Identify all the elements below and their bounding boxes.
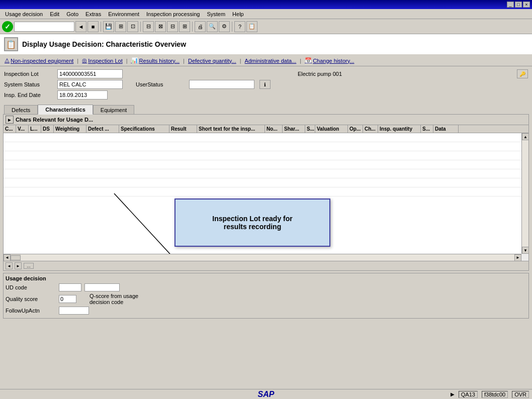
table-toolbar: ► Chars Relevant for Usage D... [4,115,528,125]
nav-results-history[interactable]: 📊 Results history... [130,57,182,64]
col-no: No... [265,125,283,133]
scroll-left-btn[interactable]: ◄ [4,254,11,261]
table-scroll-right[interactable]: ► [15,262,22,269]
followup-label: FollowUpActn [6,308,56,314]
inspection-lot-icon-btn[interactable]: 🔑 [517,69,528,78]
page-header: 📋 Display Usage Decision: Characteristic… [0,34,532,55]
col-specifications: Specifications [119,125,169,133]
toolbar-btn-4[interactable]: ⊠ [155,21,166,32]
menu-inspection-processing[interactable]: Inspection processing [143,10,203,18]
nav-back-btn[interactable]: ◄ [75,21,86,32]
toolbar-btn-create[interactable]: 📋 [246,21,257,32]
menu-help[interactable]: Help [229,10,247,18]
table-row [4,187,528,196]
usage-decision-section: Usage decision UD code Quality score Q-s… [3,273,529,319]
table-expand-btn[interactable]: ► [6,116,14,124]
info-btn[interactable]: ℹ [259,80,271,89]
nav-admin-data[interactable]: Administrative data... [243,57,298,64]
tab-equipment[interactable]: Equipment [93,105,135,115]
user-status-input[interactable] [189,80,254,89]
nav-defective-qty[interactable]: Defective quantity... [187,57,238,64]
col-shorttext: Short text for the insp... [197,125,265,133]
followup-input[interactable] [59,307,89,315]
menu-goto[interactable]: Goto [63,10,81,18]
maximize-button[interactable]: □ [515,2,522,8]
menu-bar: Usage decision Edit Goto Extras Environm… [0,9,532,19]
scroll-right-btn[interactable]: ► [514,254,521,261]
toolbar-btn-5[interactable]: ⊟ [167,21,178,32]
nav-inspection-lot[interactable]: ◎ Inspection Lot [80,57,124,64]
system-status-row: System Status UserStatus ℹ [4,80,528,89]
table-scroll-left[interactable]: ◄ [6,262,13,269]
toolbar-btn-find[interactable]: 🔍 [207,21,218,32]
toolbar-btn-print[interactable]: 🖨 [195,21,206,32]
nav-forward-btn[interactable]: ■ [87,21,99,32]
command-field[interactable] [14,22,74,32]
col-op: Op... [348,125,363,133]
table-row [4,178,528,187]
toolbar: ✓ ◄ ■ 💾 ⊞ ⊡ ⊟ ⊠ ⊟ ⊞ 🖨 🔍 ⚙ ? 📋 [0,19,532,34]
table-body: Inspection Lot ready for results recordi… [4,133,528,254]
nav-buttons-row: ⚠ Non-inspected equipment | ◎ Inspection… [0,55,532,66]
table-row [4,133,528,142]
tab-defects[interactable]: Defects [4,105,38,115]
col-result: Result [169,125,197,133]
col-inspqty: Insp. quantity [378,125,421,133]
toolbar-btn-settings[interactable]: ⚙ [219,21,230,32]
scroll-down-btn[interactable]: ▼ [522,247,528,254]
title-bar: _ □ × [0,0,532,9]
toolbar-btn-3[interactable]: ⊟ [143,21,154,32]
table-page-btn[interactable]: ... [24,263,34,269]
tooltip-box: Inspection Lot ready for results recordi… [174,198,330,247]
scroll-h-track [21,254,514,261]
ok-button[interactable]: ✓ [2,21,13,32]
close-button[interactable]: × [523,2,530,8]
col-c: C... [4,125,16,133]
nav-change-history[interactable]: 📅 Change history... [303,57,356,64]
q-score-from-label: Q-score from usage decision code [90,293,140,305]
col-weighting: Weighting [54,125,86,133]
col-defect: Defect ... [86,125,119,133]
scrollbar-vertical[interactable]: ▲ ▼ [521,133,528,254]
toolbar-btn-6[interactable]: ⊞ [179,21,190,32]
scroll-up-btn[interactable]: ▲ [522,133,528,140]
nav-non-inspected[interactable]: ⚠ Non-inspected equipment [3,57,75,64]
col-ch: Ch... [363,125,378,133]
quality-score-input[interactable] [59,295,76,303]
col-shar: Shar... [283,125,305,133]
usage-decision-title: Usage decision [6,275,526,281]
menu-system[interactable]: System [204,10,228,18]
status-bar: SAP ▶ QA13 f38tdc00 OVR [0,389,532,399]
toolbar-sep1 [101,22,101,32]
table-nav-row: ◄ ► ... [4,261,528,270]
inspection-lot-label: Inspection Lot [4,71,54,77]
followup-row: FollowUpActn [6,307,526,315]
inspection-lot-row: Inspection Lot Electric pump 001 🔑 [4,69,528,78]
quality-score-label: Quality score [6,296,56,302]
scroll-h-thumb [11,255,21,260]
menu-environment[interactable]: Environment [105,10,142,18]
insp-end-date-input[interactable] [57,90,108,99]
col-ds: DS [41,125,54,133]
toolbar-btn-help[interactable]: ? [234,21,245,32]
menu-edit[interactable]: Edit [47,10,62,18]
minimize-button[interactable]: _ [507,2,514,8]
status-qa13: QA13 [459,391,478,398]
menu-extras[interactable]: Extras [82,10,104,18]
table-header: C... V... L... DS Weighting Defect ... S… [4,125,528,133]
system-status-input[interactable] [57,80,123,89]
toolbar-btn-1[interactable]: ⊞ [115,21,126,32]
toolbar-btn-save[interactable]: 💾 [103,21,114,32]
toolbar-sep4 [232,22,232,32]
col-l: L... [29,125,41,133]
ud-code-input1[interactable] [59,283,81,291]
table-container: ► Chars Relevant for Usage D... C... V..… [3,114,529,271]
table-row [4,142,528,151]
inspection-lot-input[interactable] [57,69,123,78]
tab-characteristics[interactable]: Characteristics [38,105,93,115]
ud-code-input2[interactable] [84,283,120,291]
menu-usage-decision[interactable]: Usage decision [2,10,46,18]
scrollbar-horizontal[interactable]: ◄ ► [4,254,521,261]
status-nav-btn[interactable]: ▶ [451,391,455,397]
toolbar-btn-2[interactable]: ⊡ [127,21,138,32]
